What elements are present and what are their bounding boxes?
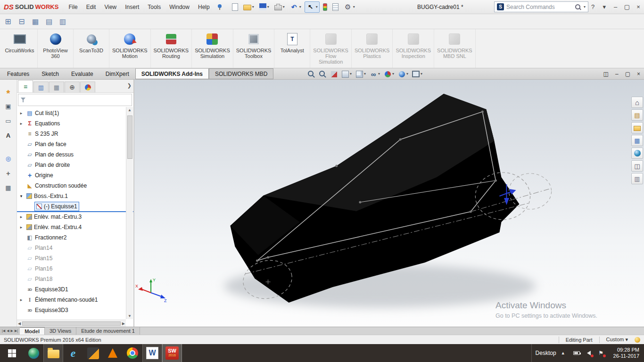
performance-indicator-icon[interactable] xyxy=(635,337,640,343)
tree-filter-row[interactable] xyxy=(18,94,132,106)
graphics-viewport[interactable]: X Y Z Activate Windows Go to PC settings… xyxy=(134,80,644,327)
tree-item[interactable]: Plan16 xyxy=(18,263,125,274)
dimxpertmanager-tab[interactable] xyxy=(65,82,80,92)
open-button[interactable] xyxy=(241,2,256,12)
tree-item[interactable]: Plan18 xyxy=(18,274,125,284)
chevron-down-icon[interactable] xyxy=(392,72,394,76)
tree-item[interactable]: Enlèv. mat.-Extru.4 xyxy=(18,222,125,232)
expand-arrow-icon[interactable] xyxy=(19,214,24,219)
app-chrome[interactable] xyxy=(123,344,142,362)
configurationmanager-tab[interactable] xyxy=(49,82,64,92)
tree-item[interactable]: Equations xyxy=(18,118,125,129)
display-style-button[interactable] xyxy=(355,70,366,78)
show-hidden-icons-button[interactable]: ▲ xyxy=(561,351,565,355)
pane-split-button[interactable] xyxy=(631,173,643,184)
tree-horizontal-scrollbar[interactable]: ◀ ▶ xyxy=(17,320,126,327)
tab-scroll-button[interactable]: |◀ xyxy=(2,329,5,333)
desktop-toolbar[interactable]: Desktop ▲ xyxy=(531,344,569,362)
zoom-to-area-button[interactable] xyxy=(319,70,326,78)
scroll-thumb[interactable] xyxy=(22,321,121,326)
expand-arrow-icon[interactable] xyxy=(19,225,24,230)
volume-tray-icon[interactable] xyxy=(585,350,593,356)
addin-toggle-button[interactable]: SOLIDWORKS Inspection xyxy=(393,29,434,68)
addin-toggle-button[interactable]: SOLIDWORKS Flow Simulation xyxy=(310,29,352,68)
document-tab[interactable]: Model xyxy=(20,327,45,335)
tree-item[interactable]: Fractionner2 xyxy=(18,232,125,243)
tree-item[interactable]: Élément mécano-soudé1 xyxy=(18,295,125,305)
addin-toggle-button[interactable]: SOLIDWORKS Plastics xyxy=(352,29,393,68)
addin-toggle-button[interactable]: PhotoView 360 xyxy=(38,29,74,68)
section-view-button[interactable] xyxy=(330,70,338,78)
tree-item[interactable]: Plan15 xyxy=(18,253,125,263)
tree-item[interactable]: Origine xyxy=(18,170,125,181)
scroll-left-icon[interactable]: ◀ xyxy=(18,321,21,326)
addin-toggle-button[interactable]: CircuitWorks xyxy=(2,29,38,68)
save-button[interactable] xyxy=(257,2,271,12)
board-button-1[interactable] xyxy=(3,16,13,27)
tree-item[interactable]: Esquisse3D3 xyxy=(18,305,125,315)
app-globe[interactable] xyxy=(24,344,43,362)
action-center-tray-icon[interactable] xyxy=(597,350,605,356)
tree-item[interactable]: Plan de face xyxy=(18,139,125,149)
search-caret-icon[interactable] xyxy=(584,5,586,9)
zoom-to-fit-button[interactable] xyxy=(307,70,315,78)
display-state-dropdown[interactable]: Custom ▾ xyxy=(606,337,628,343)
search-input[interactable]: Search Commands xyxy=(506,4,572,10)
displaymanager-tab[interactable] xyxy=(80,82,95,92)
chevron-down-icon[interactable] xyxy=(316,5,318,9)
view-palette-button[interactable] xyxy=(631,135,643,146)
file-properties-button[interactable] xyxy=(330,2,340,12)
scroll-track[interactable] xyxy=(126,113,133,313)
start-button[interactable] xyxy=(0,344,24,362)
viewport-canvas[interactable]: X Y Z xyxy=(134,80,644,327)
command-tab[interactable]: SOLIDWORKS MBD xyxy=(209,68,273,79)
pane-button[interactable]: ◫ xyxy=(603,71,609,77)
rebuild-button[interactable] xyxy=(321,2,329,12)
addin-toggle-button[interactable]: TolAnalyst xyxy=(274,29,310,68)
menu-item[interactable]: Edit xyxy=(82,2,100,12)
appearances-button[interactable] xyxy=(631,148,643,159)
featuremanager-tab[interactable] xyxy=(18,80,33,92)
close-button[interactable]: × xyxy=(636,3,641,10)
document-tab[interactable]: Etude de mouvement 1 xyxy=(76,327,140,335)
menu-item[interactable]: File xyxy=(64,2,82,12)
scroll-right-icon[interactable]: ▶ xyxy=(122,321,125,326)
filter-annotations-button[interactable] xyxy=(3,130,14,140)
scroll-up-icon[interactable]: ▲ xyxy=(128,107,132,113)
menu-item[interactable]: Insert xyxy=(121,2,143,12)
menu-item[interactable]: Help xyxy=(194,2,214,12)
tree-item[interactable]: Plan de dessus xyxy=(18,149,125,160)
document-tab[interactable]: 3D Views xyxy=(45,327,76,335)
app-solidworks[interactable] xyxy=(162,344,182,362)
tab-scroll-button[interactable]: ◀ xyxy=(7,329,9,333)
apply-scene-button[interactable] xyxy=(398,70,408,78)
select-button[interactable] xyxy=(305,1,320,13)
filter-solids-button[interactable] xyxy=(3,101,14,111)
taskbar-clock[interactable]: 09:28 PM 26-11-2017 xyxy=(609,344,644,362)
command-tab[interactable]: SOLIDWORKS Add-Ins xyxy=(135,68,209,79)
battery-tray-icon[interactable] xyxy=(573,350,580,356)
add-filter-button[interactable] xyxy=(3,168,14,178)
tree-item[interactable]: Enlèv. mat.-Extru.3 xyxy=(18,212,125,222)
columns-button[interactable] xyxy=(58,16,68,27)
propertymanager-tab[interactable] xyxy=(33,82,49,92)
app-vlc[interactable] xyxy=(103,344,123,362)
selection-filter-toggle-button[interactable] xyxy=(3,86,14,97)
custom-properties-button[interactable] xyxy=(631,160,643,172)
search-commands-box[interactable]: S Search Commands xyxy=(494,1,588,12)
new-document-button[interactable] xyxy=(230,2,240,12)
addin-toggle-button[interactable]: SOLIDWORKS Toolbox xyxy=(233,29,275,68)
hide-show-items-button[interactable] xyxy=(370,70,380,78)
addin-toggle-button[interactable]: SOLIDWORKS Simulation xyxy=(192,29,233,68)
view-home-button[interactable] xyxy=(631,97,643,108)
wheel-circle-rear-outer[interactable] xyxy=(509,173,551,209)
file-explorer-pane-button[interactable] xyxy=(631,122,643,133)
chevron-down-icon[interactable] xyxy=(378,72,380,76)
edit-appearance-button[interactable] xyxy=(384,70,394,78)
expand-arrow-icon[interactable] xyxy=(19,194,24,198)
options-button[interactable] xyxy=(342,1,357,13)
table-button[interactable] xyxy=(30,16,41,27)
filter-grid-button[interactable] xyxy=(3,182,14,193)
doc-restore-button[interactable]: ▢ xyxy=(625,71,630,77)
tree-item[interactable]: Plan14 xyxy=(18,243,125,253)
